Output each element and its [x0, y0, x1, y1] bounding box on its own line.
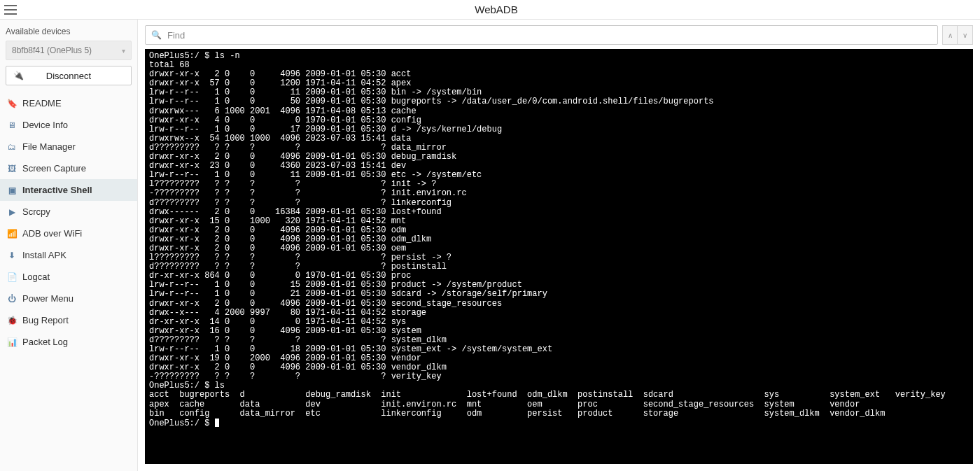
nav-item-label: Scrcpy: [22, 206, 50, 217]
nav-item-label: Power Menu: [22, 293, 74, 304]
nav-item-readme[interactable]: 🔖README: [0, 92, 137, 114]
disconnect-label: Disconnect: [46, 71, 91, 81]
find-bar[interactable]: 🔍 Find: [145, 25, 938, 45]
device-select[interactable]: 8bfb8f41 (OnePlus 5) ▾: [6, 41, 132, 60]
nav-list: 🔖README🖥Device Info🗂File Manager🖼Screen …: [0, 92, 137, 353]
interactive-shell-icon: ▣: [7, 185, 17, 195]
nav-item-adb-over-wifi[interactable]: 📶ADB over WiFi: [0, 223, 137, 244]
readme-icon: 🔖: [7, 99, 17, 108]
search-icon: 🔍: [151, 30, 162, 40]
nav-item-label: Install APK: [22, 250, 66, 260]
nav-item-label: ADB over WiFi: [22, 228, 82, 239]
nav-item-screen-capture[interactable]: 🖼Screen Capture: [0, 157, 137, 179]
sidebar: Available devices 8bfb8f41 (OnePlus 5) ▾…: [0, 20, 138, 471]
nav-item-interactive-shell[interactable]: ▣Interactive Shell: [0, 179, 137, 201]
find-prev-button[interactable]: ∧: [942, 25, 958, 45]
available-devices-label: Available devices: [0, 24, 137, 41]
menu-icon[interactable]: [4, 5, 17, 15]
nav-item-logcat[interactable]: 📄Logcat: [0, 266, 137, 288]
plug-icon: 🔌: [13, 71, 24, 80]
device-info-icon: 🖥: [7, 120, 17, 130]
packet-log-icon: 📊: [7, 337, 17, 347]
nav-item-install-apk[interactable]: ⬇Install APK: [0, 244, 137, 266]
scrcpy-icon: ▶: [7, 207, 17, 217]
find-placeholder: Find: [167, 30, 185, 41]
disconnect-button[interactable]: 🔌 Disconnect: [6, 66, 132, 85]
device-select-value: 8bfb8f41 (OnePlus 5): [12, 45, 92, 55]
nav-item-file-manager[interactable]: 🗂File Manager: [0, 136, 137, 157]
nav-item-label: Packet Log: [22, 337, 68, 347]
terminal-cursor: [215, 419, 219, 427]
file-manager-icon: 🗂: [7, 142, 17, 152]
nav-item-label: Logcat: [22, 272, 50, 282]
chevron-down-icon: ▾: [122, 47, 125, 55]
nav-item-label: Interactive Shell: [22, 185, 92, 195]
nav-item-label: Device Info: [22, 120, 68, 130]
adb-over-wifi-icon: 📶: [7, 229, 17, 239]
logcat-icon: 📄: [7, 272, 17, 282]
nav-item-device-info[interactable]: 🖥Device Info: [0, 114, 137, 136]
bug-report-icon: 🐞: [7, 316, 17, 325]
power-menu-icon: ⏻: [7, 294, 17, 304]
screen-capture-icon: 🖼: [7, 164, 17, 174]
top-bar: WebADB: [0, 0, 980, 20]
nav-item-label: Screen Capture: [22, 163, 86, 174]
nav-item-label: File Manager: [22, 141, 76, 152]
nav-item-packet-log[interactable]: 📊Packet Log: [0, 331, 137, 353]
nav-item-scrcpy[interactable]: ▶Scrcpy: [0, 201, 137, 223]
nav-item-power-menu[interactable]: ⏻Power Menu: [0, 288, 137, 309]
nav-item-label: Bug Report: [22, 315, 69, 325]
nav-item-bug-report[interactable]: 🐞Bug Report: [0, 309, 137, 331]
find-next-button[interactable]: ∨: [958, 25, 973, 45]
app-title: WebADB: [17, 3, 976, 15]
terminal[interactable]: OnePlus5:/ $ ls -n total 68 drwxr-xr-x 2…: [145, 49, 973, 464]
nav-item-label: README: [22, 98, 62, 108]
main-panel: 🔍 Find ∧ ∨ OnePlus5:/ $ ls -n total 68 d…: [138, 20, 980, 471]
install-apk-icon: ⬇: [7, 251, 17, 260]
